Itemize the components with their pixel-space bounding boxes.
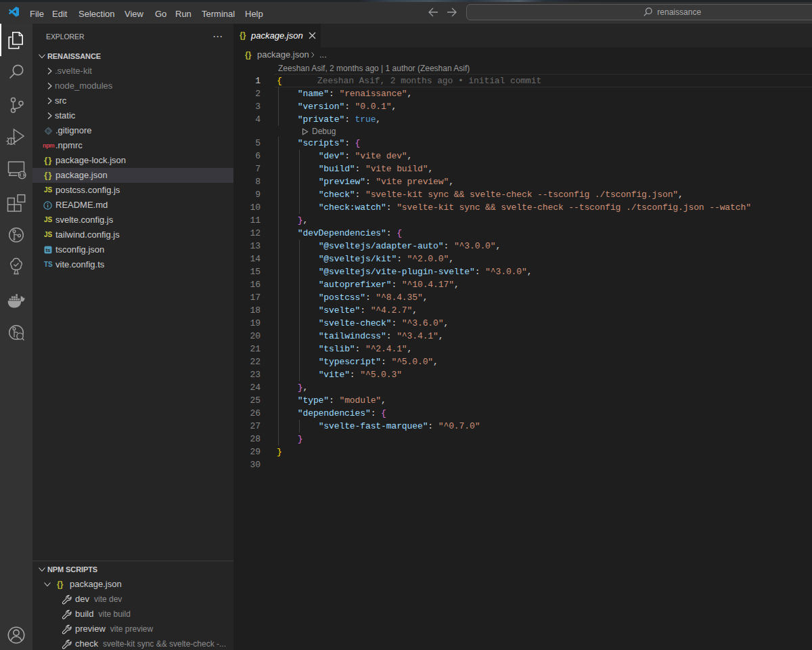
- svg-text:npm: npm: [43, 142, 55, 149]
- svg-text:ts: ts: [45, 247, 51, 253]
